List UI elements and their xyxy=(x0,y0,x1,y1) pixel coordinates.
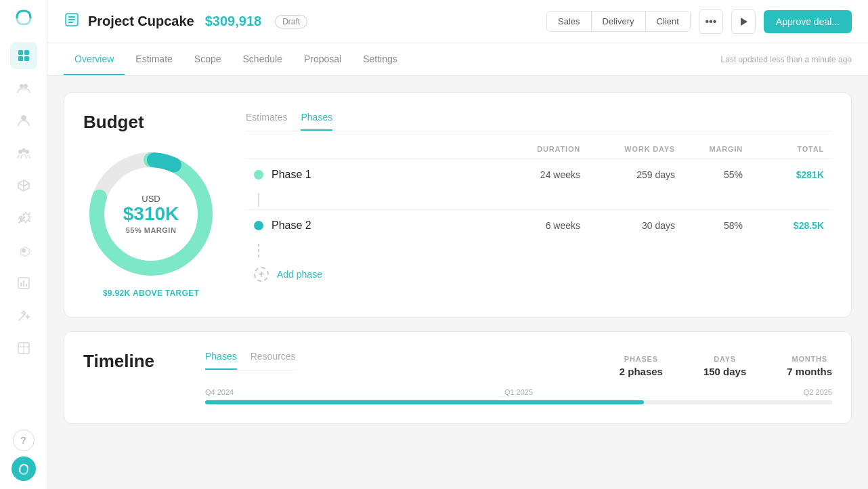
sidebar-item-wand[interactable] xyxy=(10,302,37,329)
phases-table-header: DURATION WORK DAYS MARGIN TOTAL xyxy=(246,145,832,158)
phase-1-total: $281K xyxy=(743,169,824,180)
phase-connector-2 xyxy=(246,241,832,260)
quarter-3: Q2 2025 xyxy=(804,388,832,396)
above-target-label-text: ABOVE TARGET xyxy=(133,289,199,298)
timeline-layout: Timeline Phases Resources PHASES 2 phase… xyxy=(83,351,832,404)
more-icon: ••• xyxy=(705,16,716,28)
phase-row-1[interactable]: Phase 1 24 weeks 259 days 55% $281K xyxy=(246,158,832,190)
svg-point-9 xyxy=(22,148,26,152)
header-margin: MARGIN xyxy=(675,145,743,153)
sidebar-item-people[interactable] xyxy=(10,75,37,102)
phase-2-name-cell: Phase 2 xyxy=(254,219,485,232)
phases-stat-label: PHASES xyxy=(620,355,663,363)
phase-2-name: Phase 2 xyxy=(272,219,311,232)
tab-overview[interactable]: Overview xyxy=(64,44,125,75)
timeline-stat-phases: PHASES 2 phases xyxy=(620,355,663,377)
tab-sales[interactable]: Sales xyxy=(547,12,592,31)
approve-button[interactable]: Approve deal... xyxy=(764,10,852,33)
sidebar-logo[interactable] xyxy=(14,8,33,31)
timeline-bar xyxy=(205,400,832,404)
svg-point-5 xyxy=(24,84,28,88)
play-button[interactable] xyxy=(731,9,756,34)
topbar: Project Cupcake $309,918 Draft Sales Del… xyxy=(47,0,868,43)
sidebar-item-group[interactable] xyxy=(10,140,37,167)
svg-marker-19 xyxy=(741,18,747,26)
add-phase-row[interactable]: + Add phase xyxy=(246,260,832,289)
tab-schedule[interactable]: Schedule xyxy=(232,44,293,75)
phase-1-duration: 24 weeks xyxy=(485,169,580,180)
header-total: TOTAL xyxy=(743,145,824,153)
tab-estimate[interactable]: Estimate xyxy=(125,44,183,75)
timeline-stat-days: DAYS 150 days xyxy=(703,355,746,377)
content-area: Budget xyxy=(47,76,868,489)
header-phase xyxy=(254,145,485,153)
svg-rect-3 xyxy=(24,56,29,61)
phase-2-dot xyxy=(254,221,263,230)
last-updated: Last updated less than a minute ago xyxy=(721,55,852,64)
project-name: Project Cupcake xyxy=(88,14,194,29)
svg-point-4 xyxy=(20,84,24,88)
phases-stat-value: 2 phases xyxy=(620,366,663,377)
sidebar-bottom: ? xyxy=(12,429,36,481)
tab-delivery[interactable]: Delivery xyxy=(592,12,646,31)
tab-estimates[interactable]: Estimates xyxy=(246,112,287,131)
timeline-left: Timeline xyxy=(83,351,178,372)
timeline-stat-months: MONTHS 7 months xyxy=(787,355,832,377)
nav-tabs: Overview Estimate Scope Schedule Proposa… xyxy=(47,43,868,76)
more-button[interactable]: ••• xyxy=(699,9,723,34)
donut-center: USD $310K 55% MARGIN xyxy=(123,194,179,234)
donut-margin: 55% MARGIN xyxy=(123,226,179,234)
sidebar-item-table[interactable] xyxy=(10,335,37,362)
days-stat-value: 150 days xyxy=(703,366,746,377)
phase-1-margin: 55% xyxy=(675,169,743,180)
sidebar-item-grid[interactable] xyxy=(10,42,37,69)
sidebar-item-gear[interactable] xyxy=(10,237,37,264)
tab-client[interactable]: Client xyxy=(646,12,690,31)
project-icon xyxy=(64,12,80,31)
phase-connector xyxy=(246,190,832,209)
project-amount: $309,918 xyxy=(205,14,261,29)
timeline-bar-fill xyxy=(205,400,644,404)
above-target: $9.92K ABOVE TARGET xyxy=(103,289,199,298)
quarter-2: Q1 2025 xyxy=(504,388,533,396)
tab-phases[interactable]: Phases xyxy=(301,112,332,131)
svg-rect-0 xyxy=(18,50,23,55)
sidebar: ? xyxy=(0,0,47,489)
donut-chart: USD $310K 55% MARGIN xyxy=(83,146,219,282)
timeline-tab-resources[interactable]: Resources xyxy=(251,351,296,370)
timeline-tab-phases[interactable]: Phases xyxy=(205,351,237,370)
donut-container: USD $310K 55% MARGIN $9.92K ABOVE TARGET xyxy=(83,146,219,298)
budget-layout: Budget xyxy=(83,112,832,298)
sidebar-item-person[interactable] xyxy=(10,107,37,134)
timeline-header-row: Phases Resources PHASES 2 phases DAYS xyxy=(205,351,832,381)
phases-section: Estimates Phases DURATION WORK DAYS MARG… xyxy=(246,112,832,289)
phase-dashed-line xyxy=(258,244,259,257)
phase-row-2[interactable]: Phase 2 6 weeks 30 days 58% $28.5K xyxy=(246,209,832,241)
sidebar-avatar[interactable] xyxy=(12,456,36,481)
phase-2-duration: 6 weeks xyxy=(485,220,580,231)
phase-1-dot xyxy=(254,170,263,179)
sidebar-item-magic[interactable] xyxy=(10,205,37,232)
svg-rect-13 xyxy=(26,284,27,286)
main-area: Project Cupcake $309,918 Draft Sales Del… xyxy=(47,0,868,489)
tab-settings[interactable]: Settings xyxy=(352,44,408,75)
sidebar-item-help[interactable]: ? xyxy=(13,429,35,451)
phase-1-name-cell: Phase 1 xyxy=(254,169,485,181)
svg-rect-1 xyxy=(24,50,29,55)
svg-point-6 xyxy=(21,115,26,121)
sidebar-item-box[interactable] xyxy=(10,172,37,199)
tab-group: Sales Delivery Client xyxy=(546,11,691,32)
phase-line xyxy=(258,193,259,207)
svg-rect-12 xyxy=(23,280,24,286)
tab-proposal[interactable]: Proposal xyxy=(293,44,352,75)
quarter-1: Q4 2024 xyxy=(205,388,234,396)
phase-1-workdays: 259 days xyxy=(580,169,675,180)
add-phase-icon: + xyxy=(254,267,269,282)
sidebar-item-report[interactable] xyxy=(10,270,37,297)
budget-card: Budget xyxy=(64,92,852,318)
tab-scope[interactable]: Scope xyxy=(183,44,232,75)
draft-badge: Draft xyxy=(275,15,307,28)
timeline-quarters: Q4 2024 Q1 2025 Q2 2025 xyxy=(205,388,832,396)
timeline-stats: PHASES 2 phases DAYS 150 days MONTHS 7 m… xyxy=(620,355,832,377)
timeline-title: Timeline xyxy=(83,351,178,372)
